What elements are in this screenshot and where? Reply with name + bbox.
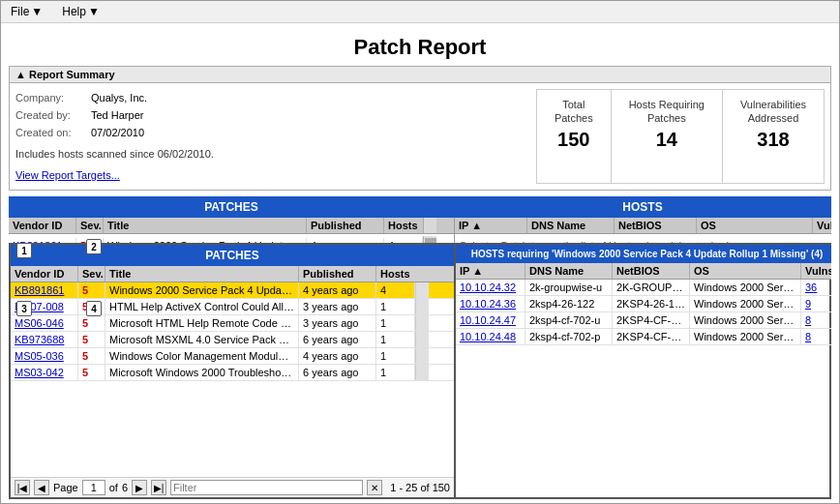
table-row[interactable]: 10.10.24.48 2ksp4-cf-702-p 2KSP4-CF-702-…: [456, 329, 831, 345]
ov-hosts-col-dns: DNS Name: [525, 263, 613, 279]
row-ip[interactable]: 10.10.24.32: [456, 280, 525, 295]
table-row[interactable]: KB891861 5 Windows 2000 Service Pack 4 U…: [11, 282, 454, 299]
page-label: Page: [53, 482, 78, 493]
table-row[interactable]: 10.10.24.32 2k-groupwise-u 2K-GROUPWIS W…: [456, 280, 831, 296]
top-col-headers: Vendor ID Sev. Title Published Hosts IP …: [9, 218, 831, 234]
row-vendor-id[interactable]: MS05-036: [11, 348, 78, 364]
first-page-button[interactable]: |◀: [15, 480, 30, 495]
total-patches-label: TotalPatches: [555, 98, 593, 125]
row-ip[interactable]: 10.10.24.36: [456, 296, 525, 311]
row-sev: 5: [78, 365, 105, 380]
overlay-hosts-panel: HOSTS requiring 'Windows 2000 Service Pa…: [456, 245, 831, 497]
patches-panel-header: PATCHES: [9, 196, 454, 218]
vulnerabilities-stat: VulnerabilitiesAddressed 318: [723, 90, 824, 183]
filter-clear-button[interactable]: ✕: [367, 480, 382, 495]
row-published: 4 years ago: [299, 282, 376, 298]
row-vendor-id[interactable]: KB973688: [11, 332, 78, 347]
row-title: Windows 2000 Service Pack 4 Update Rollu…: [105, 282, 299, 298]
row-scrollbar: [415, 348, 429, 364]
report-summary-toggle[interactable]: ▲ Report Summary: [15, 69, 115, 80]
row-vendor-id[interactable]: MS03-042: [11, 365, 78, 380]
patches-col-vendor-id: Vendor ID: [9, 218, 76, 233]
row-vendor-id[interactable]: KB891861: [11, 282, 78, 298]
total-patches-value: 150: [555, 129, 593, 151]
company-value: Qualys, Inc.: [91, 89, 147, 106]
ov-hosts-col-ip: IP ▲: [456, 263, 525, 279]
hosts-col-os: OS: [697, 218, 813, 233]
row-dns: 2ksp4-cf-702-p: [525, 329, 613, 344]
row-scrollbar: [415, 332, 429, 347]
hosts-panel-header: HOSTS: [454, 196, 831, 218]
row-os: Windows 2000 Service Pack 3-: [690, 329, 801, 344]
table-row[interactable]: KB973688 5 Microsoft MSXML 4.0 Service P…: [11, 332, 454, 348]
row-dns: 2ksp4-cf-702-u: [525, 312, 613, 328]
row-ip[interactable]: 10.10.24.48: [456, 329, 525, 344]
row-published: 3 years ago: [299, 299, 376, 314]
row-scrollbar: [415, 282, 429, 298]
row-vulns[interactable]: 8: [801, 329, 831, 344]
ov-hosts-col-netbios: NetBIOS: [613, 263, 690, 279]
ov-hosts-col-os: OS: [690, 263, 801, 279]
ov-hosts-col-vulns: Vulns: [801, 263, 831, 279]
row-published: 6 years ago: [299, 332, 376, 347]
table-row[interactable]: MS07-008 5 HTML Help ActiveX Control Cou…: [11, 299, 454, 315]
row-scrollbar: [415, 299, 429, 314]
includes-note: Includes hosts scanned since 06/02/2010.: [15, 145, 526, 163]
table-row[interactable]: 10.10.24.36 2ksp4-26-122 2KSP4-26-122 Wi…: [456, 296, 831, 312]
created-on-label: Created on:: [15, 124, 85, 141]
view-report-targets-link[interactable]: View Report Targets...: [15, 166, 120, 184]
row-hosts: 1: [376, 315, 415, 331]
row-dns: 2k-groupwise-u: [525, 280, 613, 295]
row-ip[interactable]: 10.10.24.47: [456, 312, 525, 328]
row-vulns[interactable]: 8: [801, 312, 831, 328]
last-page-button[interactable]: ▶|: [151, 480, 166, 495]
row-title: Windows Color Management Module Remot.: [105, 348, 299, 364]
prev-page-button[interactable]: ◀: [34, 480, 49, 495]
row-vendor-id[interactable]: MS06-046: [11, 315, 78, 331]
badge-3: 3: [16, 301, 32, 316]
report-summary-header: ▲ Report Summary: [10, 67, 830, 83]
row-scrollbar: [415, 365, 429, 380]
patches-col-hosts: Hosts: [384, 218, 423, 233]
ov-patches-col-sev: Sev.: [78, 266, 105, 282]
main-panels: PATCHES HOSTS Vendor ID Sev. Title Publi…: [9, 196, 831, 499]
file-menu[interactable]: File ▼: [5, 3, 48, 20]
overlay-patches-panel: PATCHES Vendor ID Sev. Title Published H…: [11, 245, 456, 497]
hosts-requiring-value: 14: [629, 129, 705, 151]
row-hosts: 1: [376, 332, 415, 347]
hosts-col-ip: IP ▲: [455, 218, 527, 233]
row-hosts: 1: [376, 348, 415, 364]
filter-input[interactable]: [170, 480, 363, 495]
row-netbios: 2K-GROUPWIS: [613, 280, 690, 295]
next-page-button[interactable]: ▶: [132, 480, 147, 495]
row-scrollbar: [415, 315, 429, 331]
row-hosts: 4: [376, 282, 415, 298]
help-menu[interactable]: Help ▼: [56, 3, 105, 20]
menubar: File ▼ Help ▼: [1, 1, 839, 23]
table-row[interactable]: MS05-036 5 Windows Color Management Modu…: [11, 348, 454, 365]
table-row[interactable]: MS03-042 5 Microsoft Windows 2000 Troubl…: [11, 365, 454, 381]
hosts-col-vulns: Vulns: [813, 218, 831, 233]
overlay-patches-col-headers: Vendor ID Sev. Title Published Hosts: [11, 266, 454, 282]
main-window: File ▼ Help ▼ Patch Report ▲ Report Summ…: [0, 0, 840, 504]
row-vulns[interactable]: 9: [801, 296, 831, 311]
row-title: Microsoft MSXML 4.0 Service Pack 2 Missi…: [105, 332, 299, 347]
row-sev: 5: [78, 332, 105, 347]
page-input[interactable]: [82, 480, 105, 495]
patches-col-published: Published: [307, 218, 384, 233]
overlay-panels: PATCHES Vendor ID Sev. Title Published H…: [9, 243, 831, 499]
created-on-value: 07/02/2010: [91, 124, 144, 141]
row-vulns[interactable]: 36: [801, 280, 831, 295]
total-patches-stat: TotalPatches 150: [537, 90, 612, 183]
patches-col-title: Title: [104, 218, 307, 233]
overlay-hosts-col-headers: IP ▲ DNS Name NetBIOS OS Vulns: [456, 263, 831, 280]
table-row[interactable]: 10.10.24.47 2ksp4-cf-702-u 2KSP4-CF-702-…: [456, 312, 831, 329]
content-area: Patch Report ▲ Report Summary Company: Q…: [1, 23, 839, 503]
table-row[interactable]: MS06-046 5 Microsoft HTML Help Remote Co…: [11, 315, 454, 332]
row-netbios: 2KSP4-26-122: [613, 296, 690, 311]
ov-patches-col-hosts: Hosts: [376, 266, 415, 282]
badge-1: 1: [16, 243, 32, 258]
top-row-headers: PATCHES HOSTS: [9, 196, 831, 218]
vulnerabilities-label: VulnerabilitiesAddressed: [740, 98, 806, 125]
hosts-col-dns: DNS Name: [527, 218, 615, 233]
